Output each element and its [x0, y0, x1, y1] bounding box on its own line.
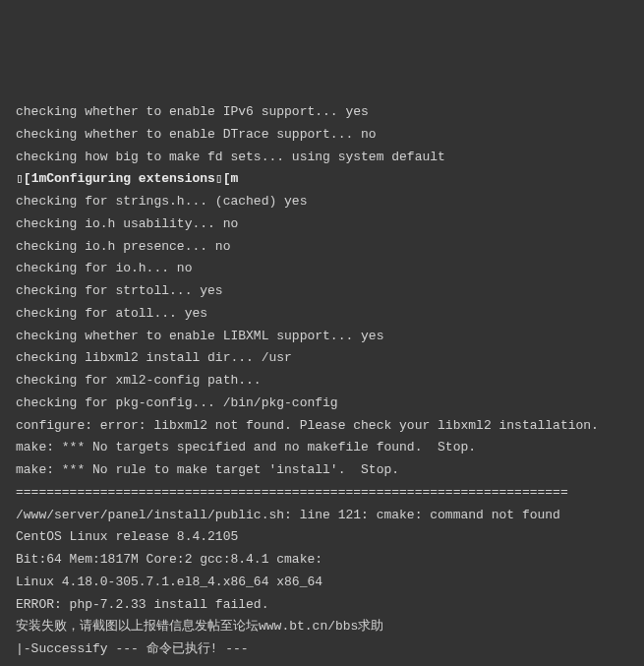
- terminal-line: ========================================…: [16, 482, 628, 505]
- terminal-line: ERROR: php-7.2.33 install failed.: [16, 594, 628, 617]
- terminal-line: checking for pkg-config... /bin/pkg-conf…: [16, 393, 628, 415]
- terminal-line: /www/server/panel/install/public.sh: lin…: [16, 505, 628, 527]
- terminal-line: Bit:64 Mem:1817M Core:2 gcc:8.4.1 cmake:: [16, 549, 628, 572]
- terminal-line: checking libxml2 install dir... /usr: [16, 347, 628, 370]
- terminal-line: CentOS Linux release 8.4.2105: [16, 526, 628, 549]
- terminal-line: 安装失败，请截图以上报错信息发帖至论坛www.bt.cn/bbs求助: [16, 616, 628, 638]
- terminal-line: checking for io.h... no: [16, 258, 628, 280]
- terminal-output: checking whether to enable IPv6 support.…: [16, 101, 628, 661]
- terminal-line: checking for atoll... yes: [16, 303, 628, 326]
- terminal-line: make: *** No targets specified and no ma…: [16, 437, 628, 459]
- terminal-line: checking whether to enable LIBXML suppor…: [16, 326, 628, 348]
- terminal-line: checking io.h presence... no: [16, 236, 628, 259]
- terminal-line: checking for strings.h... (cached) yes: [16, 191, 628, 213]
- terminal-line: checking for xml2-config path...: [16, 370, 628, 393]
- terminal-line: checking whether to enable IPv6 support.…: [16, 101, 628, 124]
- terminal-line: checking whether to enable DTrace suppor…: [16, 124, 628, 147]
- terminal-line: checking how big to make fd sets... usin…: [16, 147, 628, 169]
- terminal-line: |-Successify --- 命令已执行! ---: [16, 638, 628, 661]
- terminal-line: checking io.h usability... no: [16, 213, 628, 236]
- terminal-line: ▯[1mConfiguring extensions▯[m: [16, 168, 628, 191]
- terminal-line: configure: error: libxml2 not found. Ple…: [16, 415, 628, 438]
- terminal-line: checking for strtoll... yes: [16, 280, 628, 303]
- terminal-line: Linux 4.18.0-305.7.1.el8_4.x86_64 x86_64: [16, 572, 628, 594]
- terminal-line: make: *** No rule to make target 'instal…: [16, 459, 628, 482]
